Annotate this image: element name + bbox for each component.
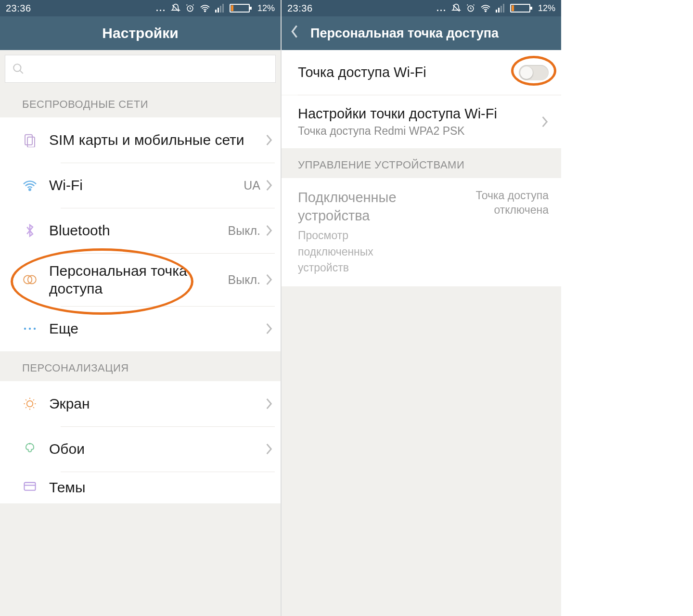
themes-icon xyxy=(23,481,37,494)
svg-point-15 xyxy=(27,401,33,407)
row-connected-devices: Подключенные устройства Просмотр подключ… xyxy=(282,178,561,286)
row-bluetooth[interactable]: Bluetooth Выкл. xyxy=(0,208,281,253)
battery-percent: 12% xyxy=(538,3,555,13)
header-title: Настройки xyxy=(102,25,178,41)
status-time: 23:36 xyxy=(287,3,313,14)
battery-percent: 12% xyxy=(257,3,275,13)
row-hotspot[interactable]: Персональная точка доступа Выкл. xyxy=(0,253,281,306)
row-sub: Просмотр подключенных устройств xyxy=(298,228,423,276)
svg-rect-19 xyxy=(496,10,497,13)
svg-rect-5 xyxy=(222,4,224,13)
row-hotspot-toggle[interactable]: Точка доступа Wi-Fi xyxy=(282,50,561,95)
row-sim[interactable]: SIM карты и мобильные сети xyxy=(0,117,281,163)
search-container xyxy=(0,50,281,88)
svg-rect-3 xyxy=(218,8,219,13)
hotspot-icon xyxy=(22,274,38,285)
row-label: Подключенные устройства xyxy=(298,189,457,225)
svg-point-18 xyxy=(485,11,486,12)
row-label: Еще xyxy=(49,320,265,338)
back-button[interactable] xyxy=(290,25,299,42)
status-more-icon: ... xyxy=(156,3,166,13)
chevron-left-icon xyxy=(290,25,299,39)
row-label: Обои xyxy=(49,440,265,458)
alarm-icon xyxy=(185,3,195,13)
row-sub: Точка доступа Redmi WPA2 PSK xyxy=(298,125,541,138)
chevron-right-icon xyxy=(265,179,273,192)
alarm-icon xyxy=(466,3,475,13)
svg-point-13 xyxy=(29,328,31,330)
svg-point-14 xyxy=(34,328,36,330)
empty-area xyxy=(282,286,561,575)
row-value: Выкл. xyxy=(228,273,260,287)
svg-point-6 xyxy=(13,64,21,71)
wireless-list: SIM карты и мобильные сети Wi-Fi UA Blue… xyxy=(0,117,281,351)
header-title: Персональная точка доступа xyxy=(310,26,499,41)
row-value: UA xyxy=(244,179,260,192)
status-more-icon: ... xyxy=(436,3,447,13)
row-hotspot-settings[interactable]: Настройки точки доступа Wi-Fi Точка дост… xyxy=(282,95,561,148)
battery-icon xyxy=(230,4,251,13)
battery-icon xyxy=(510,4,531,13)
status-time: 23:36 xyxy=(6,3,31,14)
row-value: Выкл. xyxy=(228,224,260,238)
header: Персональная точка доступа xyxy=(282,16,561,50)
row-label: SIM карты и мобильные сети xyxy=(49,131,265,149)
wifi-icon xyxy=(480,4,491,13)
wallpaper-icon xyxy=(23,442,37,456)
chevron-right-icon xyxy=(265,224,273,237)
row-themes[interactable]: Темы xyxy=(0,472,281,503)
chevron-right-icon xyxy=(265,273,273,286)
svg-rect-21 xyxy=(500,6,502,13)
chevron-right-icon xyxy=(265,398,273,410)
row-label: Bluetooth xyxy=(49,221,228,240)
chevron-right-icon xyxy=(265,134,273,146)
search-icon xyxy=(12,63,25,75)
svg-rect-16 xyxy=(24,482,35,490)
section-personalization: ПЕРСОНАЛИЗАЦИЯ xyxy=(0,351,281,381)
brightness-icon xyxy=(23,397,37,411)
wifi-icon xyxy=(200,4,210,13)
chevron-right-icon xyxy=(265,443,273,455)
row-label: Экран xyxy=(49,395,265,413)
hotspot-screen: 23:36 ... 12% Персональная точка доступа… xyxy=(281,0,561,616)
row-screen[interactable]: Экран xyxy=(0,381,281,426)
svg-rect-7 xyxy=(25,135,32,145)
svg-rect-20 xyxy=(498,8,500,13)
row-label: Настройки точки доступа Wi-Fi xyxy=(298,106,541,122)
row-wifi[interactable]: Wi-Fi UA xyxy=(0,163,281,208)
header: Настройки xyxy=(0,16,281,50)
signal-icon xyxy=(215,4,225,13)
svg-rect-2 xyxy=(215,10,217,13)
svg-point-12 xyxy=(24,328,26,330)
status-bar: 23:36 ... 12% xyxy=(282,0,561,16)
row-label: Точка доступа Wi-Fi xyxy=(298,64,519,80)
status-bar: 23:36 ... 12% xyxy=(0,0,281,16)
svg-point-9 xyxy=(29,189,30,190)
svg-point-1 xyxy=(205,11,205,12)
chevron-right-icon xyxy=(541,116,549,128)
row-wallpaper[interactable]: Обои xyxy=(0,426,281,472)
row-side: Точка доступа отключена xyxy=(457,189,549,218)
wifi-icon xyxy=(22,179,38,192)
sim-icon xyxy=(23,133,37,147)
dnd-icon xyxy=(171,3,180,13)
section-devices: УПРАВЛЕНИЕ УСТРОЙСТВАМИ xyxy=(282,148,561,178)
dnd-icon xyxy=(451,3,461,13)
more-icon xyxy=(23,326,37,331)
section-wireless: БЕСПРОВОДНЫЕ СЕТИ xyxy=(0,88,281,117)
settings-screen: 23:36 ... 12% Настройки БЕСПРОВОДНЫЕ СЕТ… xyxy=(0,0,281,616)
row-label: Темы xyxy=(49,478,273,497)
blank-area xyxy=(561,0,693,616)
bluetooth-icon xyxy=(24,223,36,238)
personalization-list: Экран Обои Темы xyxy=(0,381,281,503)
svg-rect-4 xyxy=(220,6,221,13)
search-input[interactable] xyxy=(5,55,276,83)
svg-rect-22 xyxy=(503,4,504,13)
row-more[interactable]: Еще xyxy=(0,306,281,351)
signal-icon xyxy=(496,4,505,13)
row-label: Wi-Fi xyxy=(49,176,244,194)
chevron-right-icon xyxy=(265,322,273,335)
svg-rect-8 xyxy=(27,137,35,147)
wifi-hotspot-toggle[interactable] xyxy=(519,65,549,80)
row-label: Персональная точка доступа xyxy=(49,262,228,298)
